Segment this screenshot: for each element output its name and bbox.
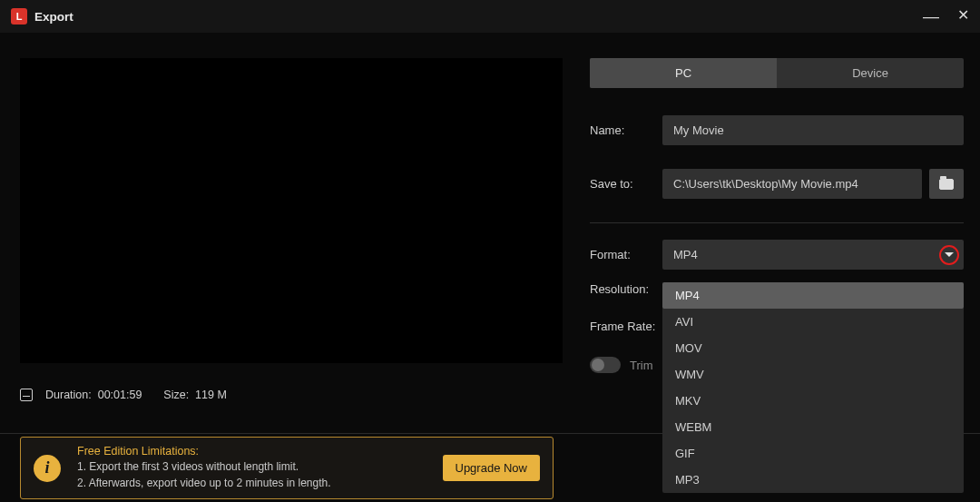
video-preview — [20, 58, 563, 363]
resolution-label: Resolution: — [590, 282, 662, 296]
format-option-mp4[interactable]: MP4 — [662, 282, 964, 309]
format-option-mkv[interactable]: MKV — [662, 388, 964, 414]
divider — [590, 222, 964, 223]
info-icon: i — [34, 455, 61, 482]
limitations-line1: 1. Export the first 3 videos without len… — [77, 459, 426, 475]
browse-folder-button[interactable] — [929, 169, 964, 199]
titlebar: L Export — ✕ — [0, 0, 980, 33]
format-option-mp3[interactable]: MP3 — [662, 467, 964, 493]
format-option-wmv[interactable]: WMV — [662, 361, 964, 388]
saveto-label: Save to: — [590, 177, 662, 191]
limitations-panel: i Free Edition Limitations: 1. Export th… — [20, 437, 554, 499]
trim-label: Trim — [630, 359, 653, 372]
app-icon: L — [11, 8, 27, 25]
name-label: Name: — [590, 123, 662, 137]
size-label: Size: — [163, 389, 189, 401]
format-option-webm[interactable]: WEBM — [662, 414, 964, 440]
size-value: 119 M — [195, 389, 227, 401]
close-button[interactable]: ✕ — [957, 8, 969, 25]
format-dropdown: MP4 AVI MOV WMV MKV WEBM GIF MP3 — [662, 282, 964, 493]
format-label: Format: — [590, 248, 662, 261]
folder-icon — [939, 179, 954, 190]
trim-toggle[interactable] — [590, 357, 621, 373]
format-option-avi[interactable]: AVI — [662, 309, 964, 335]
upgrade-button[interactable]: Upgrade Now — [443, 455, 541, 481]
tab-device[interactable]: Device — [777, 58, 964, 88]
duration-label: Duration: — [45, 389, 92, 401]
minimize-button[interactable]: — — [923, 8, 939, 25]
saveto-input[interactable] — [662, 169, 922, 199]
format-option-gif[interactable]: GIF — [662, 440, 964, 467]
format-select[interactable]: MP4 — [662, 240, 964, 270]
window-title: Export — [34, 10, 74, 24]
duration-value: 00:01:59 — [98, 389, 142, 401]
save-icon — [20, 389, 33, 401]
name-input[interactable] — [662, 115, 964, 145]
format-option-mov[interactable]: MOV — [662, 335, 964, 361]
limitations-line2: 2. Afterwards, export video up to 2 minu… — [77, 476, 426, 491]
limitations-title: Free Edition Limitations: — [77, 445, 426, 458]
tab-pc[interactable]: PC — [590, 58, 777, 88]
framerate-label: Frame Rate: — [590, 320, 662, 333]
media-meta: Duration: 00:01:59 Size: 119 M — [20, 389, 563, 401]
